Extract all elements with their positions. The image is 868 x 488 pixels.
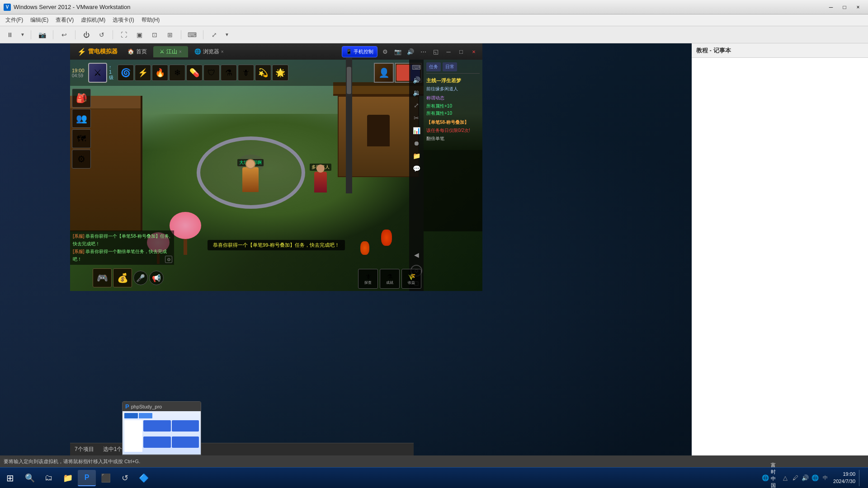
tab-game-close[interactable]: × (179, 49, 182, 54)
view-btn2[interactable]: ⊡ (148, 29, 161, 41)
snapshot-btn[interactable]: 📷 (36, 29, 48, 41)
ld-max-btn[interactable]: □ (456, 47, 466, 56)
bottom-skill-1[interactable]: 🎮 (93, 268, 112, 287)
ld-sound-btn[interactable]: 🔊 (406, 47, 415, 56)
fit-btn[interactable]: ⤢ (208, 29, 221, 41)
rtb-vol-down[interactable]: 🔉 (410, 87, 422, 99)
menu-icon-2[interactable]: 👥 (72, 109, 91, 128)
rtb-screenshot[interactable]: 📊 (410, 125, 422, 136)
ld-tab-game[interactable]: ⚔ 江山 × (153, 46, 188, 57)
cad-btn[interactable]: ⌨ (186, 29, 198, 41)
view-btn1[interactable]: ▣ (133, 29, 146, 41)
tray-up-arrow[interactable]: △ (781, 474, 790, 483)
bottom-skill-2[interactable]: 💰 (113, 268, 132, 287)
tab-browser-close[interactable]: × (221, 49, 224, 54)
scrollbar-thumb[interactable] (347, 67, 351, 94)
skill-6[interactable]: 🛡 (203, 65, 220, 81)
show-desktop-btn[interactable] (859, 470, 863, 486)
ld-close-btn[interactable]: × (469, 47, 479, 56)
menu-help[interactable]: 帮助(H) (138, 15, 164, 25)
view-btn3[interactable]: ⊞ (164, 29, 176, 41)
shutdown-btn[interactable]: ⏻ (80, 29, 93, 41)
taskbar-app1[interactable]: ↺ (116, 470, 134, 486)
skill-5[interactable]: 💊 (186, 65, 203, 81)
taskbar-right: 🌐 富时中国A50 △ 🖊 🔊 🌐 中 19:00 2024/7/30 (757, 470, 866, 486)
tray-icon-2[interactable]: 🖊 (791, 474, 800, 483)
skill-4[interactable]: ❄ (169, 65, 185, 81)
menu-icon-3[interactable]: 🗺 (72, 129, 91, 148)
ld-tab-home[interactable]: 🏠 首页 (121, 46, 153, 57)
restore-button[interactable]: □ (838, 3, 851, 12)
task-btn-2[interactable]: 日常 (443, 62, 457, 71)
menu-vm[interactable]: 虚拟机(M) (77, 15, 109, 25)
chat-settings-btn[interactable]: ⚙ (165, 256, 172, 263)
char-head (245, 159, 255, 169)
menu-file[interactable]: 文件(F) (2, 15, 27, 25)
rtb-scissors[interactable]: ✂ (410, 112, 422, 124)
fullscreen-btn[interactable]: ⛶ (118, 29, 130, 41)
ld-expand-btn[interactable]: ◱ (431, 47, 441, 56)
power-btn[interactable]: ⏸ (4, 29, 16, 41)
bottom-skill-3[interactable]: 🎤 (133, 271, 148, 285)
start-button[interactable]: ⊞ (2, 470, 18, 486)
taskbar-cmd[interactable]: ⬛ (97, 470, 115, 486)
taskbar-taskview[interactable]: 🗂 (40, 470, 58, 486)
close-button[interactable]: × (852, 3, 864, 12)
menu-icon-1[interactable]: 🎒 (72, 89, 91, 108)
ld-more-btn[interactable]: ⋯ (418, 47, 428, 56)
ld-tab-browser[interactable]: 🌐 浏览器 × (188, 46, 230, 57)
hud-top: 19:00 04:59 ⚔ ↑ 1级 🌀 ⚡ (70, 60, 424, 86)
menu-view[interactable]: 查看(V) (52, 15, 77, 25)
skill-9[interactable]: 💫 (255, 65, 271, 81)
bottom-skill-4[interactable]: 📢 (149, 271, 164, 285)
br-icon-1[interactable]: 🗡 探查 (358, 269, 378, 289)
rtb-record[interactable]: ⏺ (410, 137, 422, 149)
rtb-chat[interactable]: 💬 (410, 163, 422, 174)
task-btn-1[interactable]: 任务 (426, 62, 441, 71)
clock[interactable]: 19:00 2024/7/30 (833, 471, 855, 485)
rtb-folder[interactable]: 📁 (410, 150, 422, 162)
rtb-vol-up[interactable]: 🔊 (410, 74, 422, 86)
skill-2[interactable]: ⚡ (135, 65, 151, 81)
taskbar-search[interactable]: 🔍 (21, 470, 39, 486)
skill-3[interactable]: 🔥 (152, 65, 168, 81)
skill-8[interactable]: 🗡 (238, 65, 254, 81)
menu-edit[interactable]: 编辑(E) (27, 15, 52, 25)
power-dropdown[interactable]: ▼ (19, 29, 26, 41)
cherry-bloom-1 (170, 212, 201, 239)
taskbar-phpstudy[interactable]: P (78, 470, 96, 486)
fit-dropdown[interactable]: ▼ (223, 29, 231, 41)
ps-nav-2 (139, 413, 152, 418)
tray-icon-3[interactable]: 🔊 (801, 474, 810, 483)
tray-icon-ime[interactable]: 富时中国A50 (771, 474, 780, 483)
rtb-back[interactable]: ◀ (410, 246, 422, 264)
tray-icon-4[interactable]: 🌐 (811, 474, 820, 483)
app1-icon: ↺ (119, 473, 130, 483)
notification-text: 恭喜你获得一个【单笔99-称号叠加】任务，快去完成吧！ (208, 240, 345, 250)
tray-icon-lang[interactable]: 中 (821, 474, 830, 483)
rtb-keyboard[interactable]: ⌨ (410, 61, 422, 73)
tray-icon-1[interactable]: 🌐 (761, 474, 770, 483)
taskbar-explorer[interactable]: 📁 (59, 470, 77, 486)
br-icon-2[interactable]: ⚗ 成就 (380, 269, 400, 289)
ld-settings-btn[interactable]: ⚙ (380, 47, 390, 56)
minimize-button[interactable]: ─ (825, 3, 837, 12)
game-viewport[interactable]: 大坑哪那啊 多闲道人 (70, 60, 482, 291)
menu-tabs[interactable]: 选项卡(I) (109, 15, 137, 25)
player-level-info: ↑ 1级 (109, 65, 116, 81)
vertical-scrollbar[interactable] (346, 58, 352, 193)
notepad-content[interactable] (692, 58, 868, 455)
skill-1[interactable]: 🌀 (118, 65, 134, 81)
tab-home-label: 首页 (136, 48, 147, 56)
mobile-ctrl-button[interactable]: 📱 手机控制 (342, 46, 377, 57)
skill-10[interactable]: 🌟 (272, 65, 288, 81)
br-icon-3[interactable]: 🌾 收益 (401, 269, 421, 289)
menu-icon-4[interactable]: ⚙ (72, 150, 91, 169)
ld-min-btn[interactable]: ─ (443, 47, 453, 56)
revert-btn[interactable]: ↩ (58, 29, 71, 41)
rtb-expand[interactable]: ⤢ (410, 99, 422, 111)
restart-btn[interactable]: ↺ (95, 29, 108, 41)
skill-7[interactable]: ⚗ (221, 65, 237, 81)
ld-screen-btn[interactable]: 📷 (393, 47, 403, 56)
taskbar-app2[interactable]: 🔷 (135, 470, 153, 486)
